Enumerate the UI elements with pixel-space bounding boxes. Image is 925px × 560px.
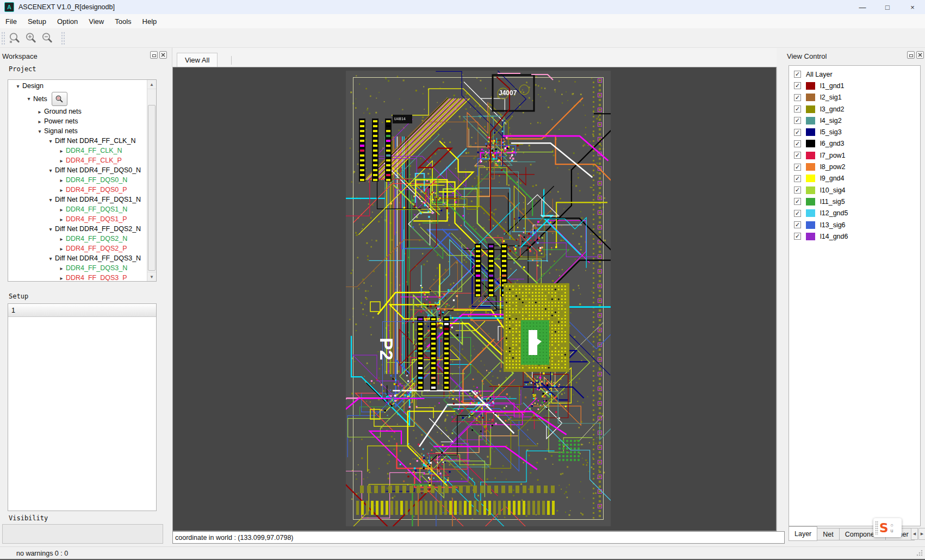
layer-row-l5_sig3[interactable]: ✓l5_sig3 — [789, 126, 920, 138]
checkbox-l1_gnd1[interactable]: ✓ — [794, 82, 801, 89]
menu-tools[interactable]: Tools — [109, 15, 136, 27]
resize-grip[interactable] — [916, 549, 923, 558]
checkbox-l12_gnd5[interactable]: ✓ — [794, 210, 801, 217]
expand-arrow-icon[interactable]: ▾ — [46, 197, 55, 203]
viewport-vertical-scrollbar[interactable] — [777, 67, 785, 531]
tree-item-diff-net-ddr4-ff-dqs3-n[interactable]: ▾Diff Net DDR4_FF_DQS3_N — [8, 253, 156, 263]
layer-row-l13_sig6[interactable]: ✓l13_sig6 — [789, 219, 920, 231]
layer-color-swatch[interactable] — [806, 186, 815, 194]
collapse-arrow-icon[interactable]: ▸ — [57, 275, 66, 281]
tree-item-ddr4-ff-dqs3-n[interactable]: ▸DDR4_FF_DQS3_N — [8, 263, 156, 273]
tab-scroll-left-button[interactable]: ◀ — [911, 528, 918, 540]
checkbox-l8_pow2[interactable]: ✓ — [794, 164, 801, 171]
collapse-arrow-icon[interactable]: ▸ — [57, 236, 66, 242]
layer-row-l6_gnd3[interactable]: ✓l6_gnd3 — [789, 138, 920, 150]
layer-row-l7_pow1[interactable]: ✓l7_pow1 — [789, 150, 920, 161]
scroll-up-button[interactable]: ▲ — [147, 80, 156, 89]
tree-item-ddr4-ff-dqs2-n[interactable]: ▸DDR4_FF_DQS2_N — [8, 234, 156, 244]
expand-arrow-icon[interactable]: ▾ — [24, 96, 33, 102]
zoom-in-button[interactable] — [23, 30, 39, 46]
layer-row-l10_sig4[interactable]: ✓l10_sig4 — [789, 184, 920, 196]
minimize-button[interactable]: — — [850, 0, 875, 14]
collapse-arrow-icon[interactable]: ▸ — [57, 265, 66, 271]
tree-item-ddr4-ff-dqs2-p[interactable]: ▸DDR4_FF_DQS2_P — [8, 244, 156, 253]
tree-item-ground-nets[interactable]: ▸Ground nets — [8, 107, 156, 116]
layer-row-l14_gnd6[interactable]: ✓l14_gnd6 — [789, 231, 920, 242]
tree-item-design[interactable]: ▾Design — [8, 81, 156, 91]
layer-row-l1_gnd1[interactable]: ✓l1_gnd1 — [789, 80, 920, 91]
tree-item-nets[interactable]: ▾Nets — [8, 91, 156, 107]
menu-option[interactable]: Option — [52, 15, 83, 27]
tree-item-ddr4-ff-dqs1-n[interactable]: ▸DDR4_FF_DQS1_N — [8, 204, 156, 214]
layer-row-l9_gnd4[interactable]: ✓l9_gnd4 — [789, 173, 920, 184]
setup-item-1[interactable]: 1 — [8, 304, 156, 317]
layer-row-l12_gnd5[interactable]: ✓l12_gnd5 — [789, 208, 920, 219]
toolbar-grip-handle[interactable] — [1, 32, 5, 45]
checkbox-l10_sig4[interactable]: ✓ — [794, 186, 801, 194]
layer-color-swatch[interactable] — [806, 94, 815, 101]
layer-color-swatch[interactable] — [806, 105, 815, 113]
layer-row-l2_sig1[interactable]: ✓l2_sig1 — [789, 92, 920, 103]
layer-color-swatch[interactable] — [806, 175, 815, 182]
expand-arrow-icon[interactable]: ▾ — [35, 128, 44, 134]
checkbox-l2_sig1[interactable]: ✓ — [794, 94, 801, 101]
tree-item-diff-net-ddr4-ff-dqs0-n[interactable]: ▾Diff Net DDR4_FF_DQS0_N — [8, 165, 156, 175]
tab-scroll-right-button[interactable]: ▶ — [918, 528, 925, 540]
layer-row-l3_gnd2[interactable]: ✓l3_gnd2 — [789, 103, 920, 115]
tree-item-ddr4-ff-clk-n[interactable]: ▸DDR4_FF_CLK_N — [8, 146, 156, 155]
layer-color-swatch[interactable] — [806, 233, 815, 240]
checkbox-l3_gnd2[interactable]: ✓ — [794, 105, 801, 113]
layer-row-l8_pow2[interactable]: ✓l8_pow2 — [789, 161, 920, 172]
checkbox-l13_sig6[interactable]: ✓ — [794, 221, 801, 228]
tab-net[interactable]: Net — [817, 528, 839, 540]
tree-item-diff-net-ddr4-ff-dqs2-n[interactable]: ▾Diff Net DDR4_FF_DQS2_N — [8, 224, 156, 234]
collapse-arrow-icon[interactable]: ▸ — [35, 109, 44, 115]
view-control-close-button[interactable] — [916, 51, 924, 59]
zoom-select-button[interactable] — [7, 30, 23, 46]
layer-color-swatch[interactable] — [806, 117, 815, 125]
layer-row-l11_sig5[interactable]: ✓l11_sig5 — [789, 196, 920, 207]
collapse-arrow-icon[interactable]: ▸ — [57, 187, 66, 193]
layer-color-swatch[interactable] — [806, 198, 815, 206]
checkbox-l4_sig2[interactable]: ✓ — [794, 117, 801, 124]
layer-color-swatch[interactable] — [806, 163, 815, 171]
menu-setup[interactable]: Setup — [22, 15, 52, 27]
layer-row-l4_sig2[interactable]: ✓l4_sig2 — [789, 115, 920, 126]
layer-color-swatch[interactable] — [806, 82, 815, 90]
layer-color-swatch[interactable] — [806, 152, 815, 159]
ime-drag-handle[interactable] — [875, 521, 878, 535]
checkbox-l7_pow1[interactable]: ✓ — [794, 152, 801, 159]
expand-arrow-icon[interactable]: ▾ — [46, 167, 55, 173]
workspace-close-button[interactable] — [159, 51, 167, 59]
layer-color-swatch[interactable] — [806, 140, 815, 147]
tree-item-signal-nets[interactable]: ▾Signal nets — [8, 126, 156, 136]
collapse-arrow-icon[interactable]: ▸ — [57, 216, 66, 222]
toolbar-grip-handle[interactable] — [61, 32, 65, 45]
close-button[interactable]: × — [900, 0, 925, 14]
menu-file[interactable]: File — [0, 15, 22, 27]
checkbox-all-layer[interactable]: ✓ — [794, 71, 801, 78]
expand-arrow-icon[interactable]: ▾ — [46, 256, 55, 262]
view-control-float-button[interactable] — [907, 51, 915, 59]
checkbox-l9_gnd4[interactable]: ✓ — [794, 175, 801, 182]
checkbox-l11_sig5[interactable]: ✓ — [794, 198, 801, 205]
expand-arrow-icon[interactable]: ▾ — [46, 138, 55, 144]
tree-item-ddr4-ff-dqs0-n[interactable]: ▸DDR4_FF_DQS0_N — [8, 175, 156, 185]
layer-color-swatch[interactable] — [806, 209, 815, 217]
collapse-arrow-icon[interactable]: ▸ — [57, 177, 66, 183]
tab-layer[interactable]: Layer — [789, 526, 817, 541]
expand-arrow-icon[interactable]: ▾ — [46, 226, 55, 232]
menu-help[interactable]: Help — [137, 15, 163, 27]
tree-item-diff-net-ddr4-ff-dqs1-n[interactable]: ▾Diff Net DDR4_FF_DQS1_N — [8, 195, 156, 204]
collapse-arrow-icon[interactable]: ▸ — [57, 207, 66, 213]
tree-scrollbar[interactable]: ▲ ▼ — [147, 80, 156, 281]
tree-item-ddr4-ff-clk-p[interactable]: ▸DDR4_FF_CLK_P — [8, 155, 156, 165]
collapse-arrow-icon[interactable]: ▸ — [57, 148, 66, 154]
ime-logo-icon[interactable]: S — [879, 521, 889, 535]
tree-item-ddr4-ff-dqs0-p[interactable]: ▸DDR4_FF_DQS0_P — [8, 185, 156, 195]
tab-view-all[interactable]: View All — [177, 53, 218, 67]
checkbox-l14_gnd6[interactable]: ✓ — [794, 233, 801, 240]
layer-color-swatch[interactable] — [806, 221, 815, 229]
tree-item-power-nets[interactable]: ▸Power nets — [8, 116, 156, 126]
collapse-arrow-icon[interactable]: ▸ — [35, 119, 44, 125]
